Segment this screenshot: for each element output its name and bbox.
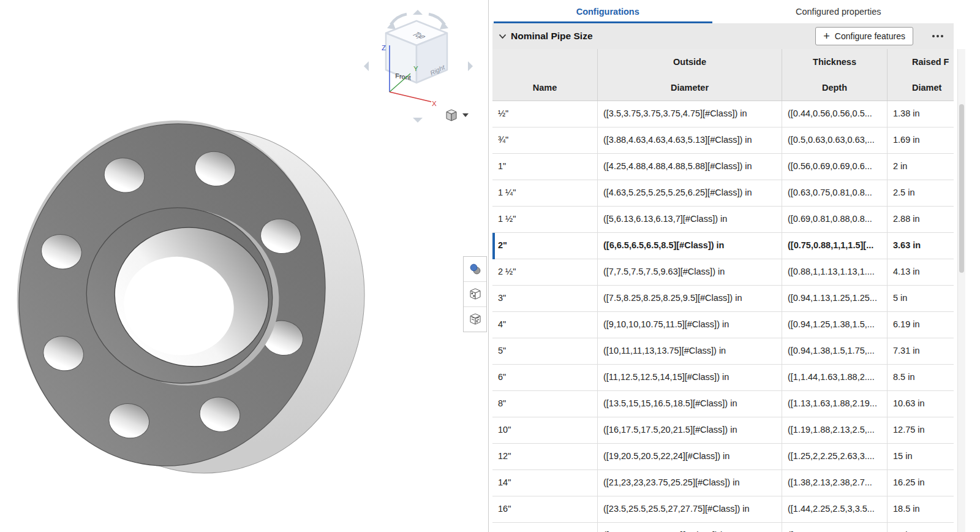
cell-outside-diameter: ([4.25,4.88,4.88,4.88,5.88][#Class]) in (598, 154, 782, 180)
caret-down-icon (462, 113, 469, 117)
table-row[interactable]: 1" ([4.25,4.88,4.88,4.88,5.88][#Class]) … (492, 154, 954, 180)
view-cube-icon (445, 108, 458, 123)
configured-parts-button[interactable] (464, 281, 486, 306)
cell-thickness-depth: ([0.44,0.56,0.56,0.5... (782, 101, 888, 127)
table-row[interactable]: 2" ([6,6.5,6.5,6.5,8.5][#Class]) in ([0.… (492, 233, 954, 259)
cell-thickness-depth: ([0.69,0.81,0.88,0.8... (782, 207, 888, 232)
cell-name: 1 ¼" (492, 180, 598, 206)
configure-features-button[interactable]: + Configure features (815, 27, 913, 45)
table-body: ½" ([3.5,3.75,3.75,3.75,4.75][#Class]) i… (492, 101, 954, 532)
cell-thickness-depth: ([1.19,1.88,2.13,2.5,... (782, 417, 888, 443)
cell-raised-face-diameter: 15 in (888, 444, 954, 469)
cell-outside-diameter: ([16,17.5,17.5,20,21.5][#Class]) in (598, 417, 782, 443)
cell-raised-face-diameter: 6.19 in (888, 312, 954, 338)
cell-raised-face-diameter: 7.31 in (888, 338, 954, 364)
cell-outside-diameter: ([10,11,11,13,13.75][#Class]) in (598, 338, 782, 364)
more-options-button[interactable] (928, 32, 948, 40)
z-axis-label: Z (382, 44, 386, 51)
cell-outside-diameter: ([7.5,8.25,8.25,8.25,9.5][#Class]) in (598, 286, 782, 311)
cell-thickness-depth: ([1.56,2.38,2.75,3.2... (782, 523, 888, 532)
table-row[interactable]: 2 ½" ([7,7.5,7.5,7.5,9.63][#Class]) in (… (492, 259, 954, 286)
cell-raised-face-diameter: 18.5 in (888, 496, 954, 522)
cell-name: ¾" (492, 127, 598, 153)
cell-raised-face-diameter: 2.88 in (888, 207, 954, 232)
table-row[interactable]: 5" ([10,11,11,13,13.75][#Class]) in ([0.… (492, 338, 954, 365)
ellipsis-icon (932, 34, 944, 38)
cell-raised-face-diameter: 10.63 in (888, 391, 954, 417)
section-title: Nominal Pipe Size (511, 31, 593, 42)
cell-name: 14" (492, 470, 598, 496)
configured-features-button[interactable] (464, 306, 486, 332)
cell-name: 4" (492, 312, 598, 338)
cell-thickness-depth: ([0.75,0.88,1,1,1.5][... (782, 233, 888, 259)
cell-raised-face-diameter: 12.75 in (888, 417, 954, 443)
cell-outside-diameter: ([7,7.5,7.5,7.5,9.63][#Class]) in (598, 259, 782, 285)
cell-outside-diameter: ([11,12.5,12.5,14,15][#Class]) in (598, 365, 782, 390)
cell-thickness-depth: ([1.38,2.13,2.38,2.7... (782, 470, 888, 496)
cell-name: 16" (492, 496, 598, 522)
cell-outside-diameter: ([19,20.5,20.5,22,24][#Class]) in (598, 444, 782, 469)
table-row[interactable]: 1 ¼" ([4.63,5.25,5.25,5.25,6.25][#Class]… (492, 180, 954, 207)
cell-name: 10" (492, 417, 598, 443)
cell-name: 18" (492, 523, 598, 532)
cell-outside-diameter: ([23.5,25.5,25.5,27,27.75][#Class]) in (598, 496, 782, 522)
header-name: Name (492, 49, 598, 101)
table-row[interactable]: 6" ([11,12.5,12.5,14,15][#Class]) in ([1… (492, 365, 954, 391)
cell-thickness-depth: ([1.44,2.25,2.5,3,3.5... (782, 496, 888, 522)
table-row[interactable]: 14" ([21,23,23,23.75,25.25][#Class]) in … (492, 470, 954, 496)
cell-outside-diameter: ([4.63,5.25,5.25,5.25,6.25][#Class]) in (598, 180, 782, 206)
cell-name: 12" (492, 444, 598, 469)
cell-outside-diameter: ([3.88,4.63,4.63,4.63,5.13][#Class]) in (598, 127, 782, 153)
cell-name: 1 ½" (492, 207, 598, 232)
cell-outside-diameter: ([13.5,15,15,16.5,18.5][#Class]) in (598, 391, 782, 417)
collapse-section-button[interactable] (499, 34, 507, 39)
cell-thickness-depth: ([1.13,1.63,1.88,2.19... (782, 391, 888, 417)
cell-thickness-depth: ([0.94,1.25,1.38,1.5,... (782, 312, 888, 338)
cell-raised-face-diameter: 8.5 in (888, 365, 954, 390)
arrow-up-icon (413, 10, 423, 15)
cell-name: 1" (492, 154, 598, 180)
cell-thickness-depth: ([1.25,2,2.25,2.63,3.... (782, 444, 888, 469)
table-row[interactable]: 12" ([19,20.5,20.5,22,24][#Class]) in ([… (492, 444, 954, 470)
x-axis (390, 92, 431, 102)
table-row[interactable]: 4" ([9,10,10,10.75,11.5][#Class]) in ([0… (492, 312, 954, 338)
cell-outside-diameter: ([5,6.13,6.13,6.13,7][#Class]) in (598, 207, 782, 232)
panel-tabs: Configurations Configured properties (492, 0, 954, 23)
cell-name: 8" (492, 391, 598, 417)
cell-name: 3" (492, 286, 598, 311)
table-row[interactable]: 3" ([7.5,8.25,8.25,8.25,9.5][#Class]) in… (492, 286, 954, 312)
display-states-button[interactable] (464, 257, 486, 281)
cell-raised-face-diameter: 2.5 in (888, 180, 954, 206)
table-row[interactable]: 8" ([13.5,15,15,16.5,18.5][#Class]) in (… (492, 391, 954, 417)
tab-configurations[interactable]: Configurations (492, 0, 723, 23)
cell-name: 2" (492, 233, 598, 259)
cell-raised-face-diameter: 2 in (888, 154, 954, 180)
arrow-right-icon (468, 61, 473, 71)
cell-thickness-depth: ([0.56,0.69,0.69,0.6... (782, 154, 888, 180)
cad-app-window: Top Front Right Z Y X (0, 0, 980, 532)
cell-outside-diameter: ([6,6.5,6.5,6.5,8.5][#Class]) in (598, 233, 782, 259)
cell-outside-diameter: ([21,23,23,23.75,25.25][#Class]) in (598, 470, 782, 496)
configurations-panel: Configurations Configured properties Nom… (488, 0, 980, 532)
configured-features-icon (469, 313, 482, 326)
chevron-down-icon (499, 34, 507, 39)
tab-configured-properties[interactable]: Configured properties (723, 0, 954, 23)
table-row[interactable]: 18" ([25,28,28,29.25,31][#Class]) in ([1… (492, 523, 954, 532)
table-row[interactable]: 16" ([23.5,25.5,25.5,27,27.75][#Class]) … (492, 496, 954, 523)
cell-thickness-depth: ([0.94,1.38,1.5,1.75,... (782, 338, 888, 364)
table-header: Name Outside Diameter Thickness Depth Ra… (492, 49, 954, 101)
vertical-scrollbar[interactable] (957, 49, 965, 532)
table-row[interactable]: ¾" ([3.88,4.63,4.63,4.63,5.13][#Class]) … (492, 127, 954, 154)
table-row[interactable]: 10" ([16,17.5,17.5,20,21.5][#Class]) in … (492, 417, 954, 444)
table-row[interactable]: ½" ([3.5,3.75,3.75,3.75,4.75][#Class]) i… (492, 101, 954, 127)
table-row[interactable]: 1 ½" ([5,6.13,6.13,6.13,7][#Class]) in (… (492, 207, 954, 233)
y-axis-label: Y (413, 65, 418, 72)
view-options-dropdown[interactable] (445, 108, 469, 123)
x-axis-label: X (432, 100, 437, 107)
cell-thickness-depth: ([0.88,1,1.13,1.13,1.... (782, 259, 888, 285)
configuration-table: Name Outside Diameter Thickness Depth Ra… (492, 49, 954, 532)
cell-thickness-depth: ([1,1.44,1.63,1.88,2.... (782, 365, 888, 390)
scrollbar-thumb[interactable] (959, 104, 964, 273)
cell-raised-face-diameter: 16.25 in (888, 470, 954, 496)
3d-viewport[interactable]: Top Front Right Z Y X (0, 0, 488, 532)
